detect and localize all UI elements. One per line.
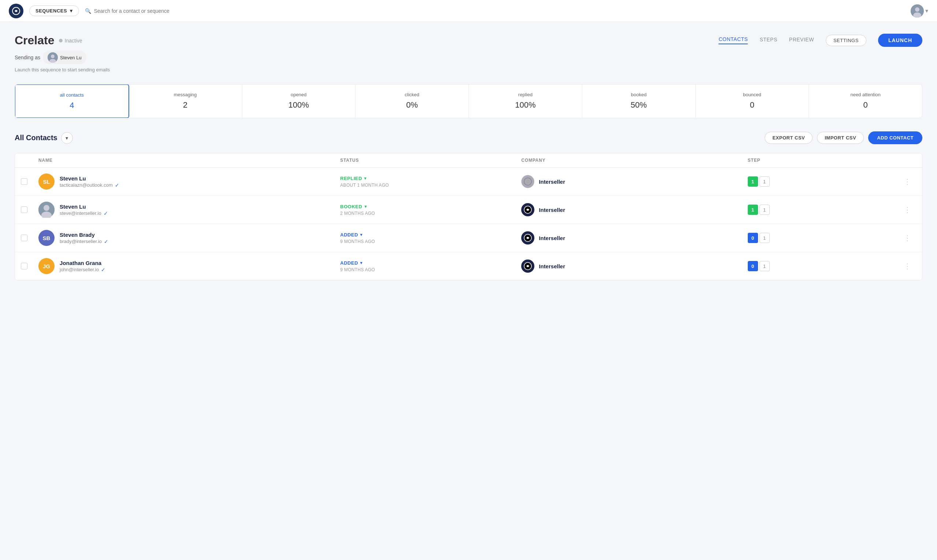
- status-chevron: ▾: [364, 176, 367, 181]
- stat-label: bounced: [705, 92, 800, 97]
- row-checkbox[interactable]: [21, 263, 28, 269]
- more-options-btn[interactable]: ⋮: [899, 205, 916, 214]
- status-chevron: ▾: [360, 261, 363, 265]
- actions-header: [899, 158, 916, 163]
- company-logo: [521, 203, 534, 216]
- svg-point-10: [43, 205, 49, 211]
- tab-contacts[interactable]: CONTACTS: [719, 36, 748, 44]
- more-options-btn[interactable]: ⋮: [899, 234, 916, 242]
- sender-avatar: [48, 52, 58, 63]
- stat-card-messaging[interactable]: messaging 2: [129, 85, 242, 118]
- status-badge: ADDED ▾: [340, 260, 522, 266]
- stat-card-clicked[interactable]: clicked 0%: [355, 85, 469, 118]
- svg-point-5: [51, 55, 55, 58]
- step-col: 1 1: [748, 205, 899, 215]
- more-options-btn[interactable]: ⋮: [899, 177, 916, 186]
- status-chevron: ▾: [365, 204, 367, 209]
- tab-steps[interactable]: STEPS: [760, 37, 777, 44]
- more-options-btn[interactable]: ⋮: [899, 262, 916, 271]
- contact-avatar: JG: [38, 258, 55, 274]
- row-checkbox[interactable]: [21, 206, 28, 213]
- contact-email: tacticalazn@outlook.com ✓: [60, 182, 119, 188]
- step-total-badge: 1: [760, 233, 770, 243]
- name-header: NAME: [38, 158, 340, 163]
- contact-info: SL Steven Lu tacticalazn@outlook.com ✓: [38, 174, 340, 189]
- stat-card-opened[interactable]: opened 100%: [242, 85, 356, 118]
- status-col: REPLIED ▾ ABOUT 1 MONTH AGO: [340, 176, 522, 188]
- table-row: Steven Lu steve@interseller.io ✓ BOOKED …: [15, 196, 922, 224]
- add-contact-button[interactable]: ADD CONTACT: [868, 131, 922, 144]
- stat-card-need-attention[interactable]: need attention 0: [809, 85, 922, 118]
- all-contacts-dropdown-btn[interactable]: ▾: [61, 132, 73, 144]
- user-avatar-wrap[interactable]: ▾: [911, 5, 928, 18]
- stat-value: 2: [138, 100, 233, 110]
- contact-info: SB Steven Brady brady@interseller.io ✓: [38, 230, 340, 246]
- search-input[interactable]: [94, 8, 905, 14]
- contact-avatar: [38, 202, 55, 218]
- company-name: Interseller: [539, 235, 565, 241]
- stat-value: 0: [818, 100, 913, 110]
- row-checkbox[interactable]: [21, 235, 28, 241]
- company-logo: [521, 231, 534, 245]
- contact-info: Steven Lu steve@interseller.io ✓: [38, 202, 340, 218]
- step-total-badge: 1: [760, 177, 770, 187]
- step-col: 0 1: [748, 261, 899, 271]
- stat-value: 100%: [478, 100, 573, 110]
- contact-info: JG Jonathan Grana john@interseller.io ✓: [38, 258, 340, 274]
- stat-card-booked[interactable]: booked 50%: [582, 85, 696, 118]
- status-col: ADDED ▾ 9 MONTHS AGO: [340, 260, 522, 272]
- launch-button[interactable]: LAUNCH: [878, 34, 922, 47]
- stat-card-replied[interactable]: replied 100%: [469, 85, 582, 118]
- status-time: 2 MONTHS AGO: [340, 211, 522, 216]
- tabs-section: CONTACTS STEPS PREVIEW SETTINGS LAUNCH: [719, 34, 922, 47]
- status-time: 9 MONTHS AGO: [340, 239, 522, 244]
- settings-button[interactable]: SETTINGS: [826, 35, 866, 46]
- stat-card-bounced[interactable]: bounced 0: [696, 85, 809, 118]
- stat-label: booked: [591, 92, 687, 97]
- stat-card-all-contacts[interactable]: all contacts 4: [15, 84, 129, 118]
- row-checkbox-wrap: [21, 178, 38, 185]
- step-active-badge: 0: [748, 261, 758, 271]
- app-logo[interactable]: [9, 4, 23, 18]
- all-contacts-title: All Contacts: [15, 134, 57, 142]
- contact-avatar: SL: [38, 174, 55, 189]
- contact-details: Jonathan Grana john@interseller.io ✓: [60, 260, 105, 273]
- contacts-list: SL Steven Lu tacticalazn@outlook.com ✓ R…: [15, 168, 922, 280]
- stat-value: 4: [24, 101, 120, 110]
- contacts-table: NAME STATUS COMPANY STEP SL Steven Lu ta…: [15, 153, 922, 280]
- contact-email: steve@interseller.io ✓: [60, 211, 108, 216]
- status-badge: ADDED ▾: [340, 232, 522, 237]
- all-contacts-title-wrap: All Contacts ▾: [15, 132, 73, 144]
- import-csv-button[interactable]: IMPORT CSV: [817, 132, 864, 144]
- sequences-dropdown-btn[interactable]: SEQUENCES ▾: [29, 6, 79, 16]
- step-header: STEP: [748, 158, 899, 163]
- step-total-badge: 1: [760, 205, 770, 215]
- launch-note: Launch this sequence to start sending em…: [15, 67, 110, 72]
- stat-label: all contacts: [24, 92, 120, 98]
- status-time: 9 MONTHS AGO: [340, 267, 522, 272]
- stat-value: 100%: [251, 100, 347, 110]
- contact-avatar: SB: [38, 230, 55, 246]
- stat-label: need attention: [818, 92, 913, 97]
- verified-icon: ✓: [115, 182, 119, 188]
- table-row: SL Steven Lu tacticalazn@outlook.com ✓ R…: [15, 168, 922, 196]
- status-badge: Inactive: [59, 38, 82, 43]
- svg-point-8: [526, 180, 529, 183]
- table-row: SB Steven Brady brady@interseller.io ✓ A…: [15, 224, 922, 252]
- status-col: BOOKED ▾ 2 MONTHS AGO: [340, 204, 522, 216]
- sender-selector[interactable]: Steven Lu: [43, 51, 86, 64]
- status-time: ABOUT 1 MONTH AGO: [340, 183, 522, 188]
- checkbox-header: [21, 158, 38, 163]
- export-csv-button[interactable]: EXPORT CSV: [765, 132, 812, 144]
- top-nav: SEQUENCES ▾ 🔍 ▾: [0, 0, 937, 22]
- table-header: NAME STATUS COMPANY STEP: [15, 153, 922, 168]
- tab-preview[interactable]: PREVIEW: [789, 37, 814, 44]
- row-checkbox[interactable]: [21, 178, 28, 185]
- table-row: JG Jonathan Grana john@interseller.io ✓ …: [15, 252, 922, 280]
- inactive-label: Inactive: [65, 38, 82, 43]
- contact-name: Jonathan Grana: [60, 260, 105, 266]
- sequence-header: Crelate Inactive Sending as Steven Lu La…: [15, 34, 922, 72]
- contacts-header: All Contacts ▾ EXPORT CSV IMPORT CSV ADD…: [15, 131, 922, 144]
- stat-value: 0%: [364, 100, 460, 110]
- company-name: Interseller: [539, 178, 565, 185]
